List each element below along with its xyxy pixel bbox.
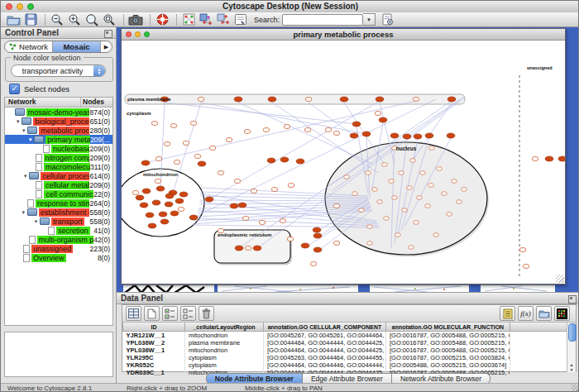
tree-expand-arrow[interactable]: ▼ — [32, 219, 40, 224]
network-node[interactable] — [189, 215, 198, 220]
network-node[interactable] — [377, 200, 383, 204]
network-node[interactable] — [313, 233, 322, 238]
search-dropdown-button[interactable]: ▼ — [363, 13, 376, 26]
network-node[interactable] — [259, 220, 266, 224]
network-node[interactable] — [333, 241, 340, 245]
network-node[interactable] — [376, 97, 384, 102]
table-cell[interactable]: [GO:0016787, GO:0005215, GO:0003824, G..… — [386, 354, 510, 361]
network-node[interactable] — [442, 192, 447, 196]
network-node[interactable] — [253, 246, 261, 251]
network-node[interactable] — [284, 124, 290, 128]
network-node[interactable] — [238, 203, 246, 208]
network-node[interactable] — [146, 213, 154, 218]
network-node[interactable] — [174, 160, 180, 164]
node-color-dropdown[interactable]: transporter activity ▲▼ — [11, 65, 106, 77]
network-node[interactable] — [288, 183, 294, 187]
tree-item[interactable]: ▼establishment of lo558(0) — [5, 208, 112, 217]
network-node[interactable] — [271, 187, 278, 191]
network-node[interactable] — [148, 223, 156, 228]
tab-mosaic[interactable]: Mosaic — [53, 41, 101, 52]
network-node[interactable] — [425, 133, 433, 138]
delete-attribute-icon[interactable] — [199, 306, 214, 321]
network-node[interactable] — [352, 122, 361, 127]
table-row[interactable]: YJR121W__1mitochondrion[GO:0045267, GO:0… — [123, 332, 567, 340]
network-node[interactable] — [190, 121, 197, 125]
network-node[interactable] — [437, 167, 443, 171]
network-node[interactable] — [366, 171, 371, 175]
table-cell[interactable]: YPL036W__2 — [123, 339, 185, 347]
network-node[interactable] — [367, 225, 373, 229]
network-node[interactable] — [350, 133, 358, 138]
network-node[interactable] — [280, 157, 289, 162]
network-node[interactable] — [457, 200, 462, 204]
network-node[interactable] — [410, 159, 416, 163]
table-cell[interactable]: plasma membrane — [185, 339, 264, 347]
table-row[interactable]: YPL036W__2plasma membrane[GO:0044464, GO… — [123, 339, 567, 347]
network-node[interactable] — [414, 134, 422, 139]
zoom-out-icon[interactable] — [50, 13, 65, 26]
network-node[interactable] — [462, 188, 467, 192]
network-node[interactable] — [340, 97, 348, 102]
table-cell[interactable]: cytoplasm — [185, 354, 264, 361]
attribute-list-icon[interactable] — [500, 306, 515, 321]
column-header-cellular-component[interactable]: annotation.GO CELLULAR_COMPONENT — [264, 323, 386, 332]
network-node[interactable] — [234, 97, 242, 102]
network-node[interactable] — [428, 184, 434, 188]
table-cell[interactable]: YLR295C — [123, 354, 185, 361]
network-node[interactable] — [183, 141, 189, 145]
network-node[interactable] — [532, 156, 538, 160]
new-attribute-icon[interactable] — [144, 306, 160, 321]
network-node[interactable] — [244, 129, 251, 133]
network-node[interactable] — [235, 246, 243, 251]
tree-item[interactable]: nucleobase-209(0) — [5, 144, 112, 153]
tree-item[interactable]: ▼metabolic process280(0) — [5, 126, 112, 135]
tree-item[interactable]: cellular metabo209(0) — [5, 180, 112, 189]
tree-item[interactable]: ▼transport558(0) — [5, 217, 112, 226]
network-node[interactable] — [301, 243, 309, 248]
network-node[interactable] — [429, 146, 435, 151]
network-node[interactable] — [452, 179, 457, 184]
tree-item[interactable]: unassigned223(0) — [5, 244, 112, 253]
network-node[interactable] — [136, 195, 144, 200]
network-node[interactable] — [287, 237, 294, 241]
network-node[interactable] — [164, 141, 170, 146]
network-panel-icon[interactable] — [181, 13, 196, 26]
tree-item[interactable]: multi-organism pro42(0) — [5, 235, 112, 244]
tree-item[interactable]: response to stimulu264(0) — [5, 198, 112, 208]
network-node[interactable] — [433, 233, 439, 237]
network-node[interactable] — [447, 213, 452, 217]
open-session-icon[interactable] — [6, 13, 21, 26]
network-node[interactable] — [142, 189, 151, 194]
network-node[interactable] — [140, 203, 148, 208]
network-node[interactable] — [409, 246, 414, 250]
network-node[interactable] — [209, 146, 216, 150]
select-nodes-checkbox[interactable]: ✓ — [9, 84, 20, 94]
tree-item[interactable]: mosaic-demo-yeast874(0) — [5, 108, 112, 117]
network-node[interactable] — [417, 196, 423, 200]
network-node[interactable] — [165, 202, 173, 207]
network-node[interactable] — [280, 218, 286, 222]
network-node[interactable] — [165, 194, 174, 198]
tree-item[interactable]: macromolecule311(0) — [5, 162, 112, 171]
table-cell[interactable]: [GO:0005488, GO:0005215, GO:0003674] — [386, 361, 510, 369]
table-cell[interactable]: YJR121W__1 — [123, 332, 185, 340]
tree-item[interactable]: ▼cellular process614(0) — [5, 171, 112, 180]
table-cell[interactable]: [GO:0044464, GO:0044444, GO:0044425, G..… — [264, 347, 386, 354]
table-cell[interactable]: [GO:0044464, GO:0044446, GO:0044444, G..… — [264, 361, 386, 369]
zoom-selected-region-icon[interactable] — [84, 13, 99, 26]
network-node[interactable] — [382, 163, 388, 167]
tree-column-network[interactable]: Network — [5, 98, 81, 107]
network-node[interactable] — [305, 97, 312, 101]
network-node[interactable] — [447, 133, 455, 138]
zoom-in-icon[interactable] — [67, 13, 82, 26]
network-node[interactable] — [392, 196, 398, 200]
select-attributes-icon[interactable] — [162, 306, 178, 321]
network-node[interactable] — [403, 134, 411, 139]
table-cell[interactable]: mitochondrion — [185, 347, 264, 354]
tree-expand-arrow[interactable]: ▼ — [20, 210, 27, 215]
float-panel-icon[interactable] — [104, 30, 112, 38]
network-node[interactable] — [310, 261, 317, 265]
network-node[interactable] — [523, 264, 529, 268]
network-node[interactable] — [170, 211, 179, 216]
network-node[interactable] — [367, 241, 373, 246]
